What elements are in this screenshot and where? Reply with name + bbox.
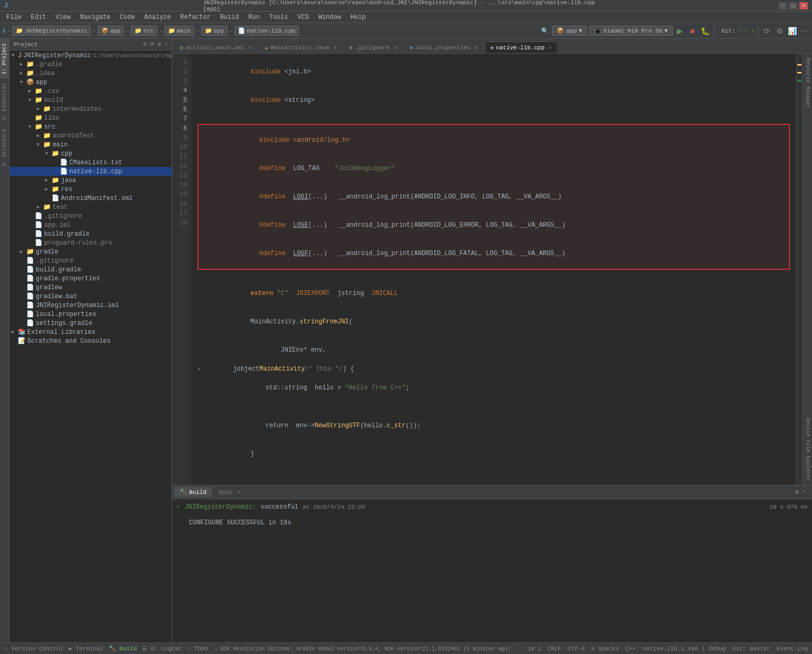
menu-help[interactable]: Help	[346, 13, 370, 22]
close-gitignore[interactable]: ✕	[393, 45, 397, 51]
tree-item-proguard[interactable]: ▶ 📄 proguard-rules.pro	[9, 238, 172, 247]
menu-file[interactable]: File	[2, 13, 26, 22]
bottom-settings-icon[interactable]: ⚙	[795, 488, 799, 496]
breadcrumb-file[interactable]: 📄 native-lib.cpp	[234, 26, 299, 36]
git-branch[interactable]: Git: master	[732, 646, 771, 652]
minimize-button[interactable]: −	[778, 2, 787, 9]
tab-mainactivity-java[interactable]: ☕ MainActivity.java ✕	[259, 41, 342, 53]
tree-item-main[interactable]: ▼ 📁 main	[9, 140, 172, 149]
sync-button[interactable]: ⟳	[762, 26, 772, 36]
close-native-lib[interactable]: ✕	[549, 45, 552, 51]
tree-item-gradle-root[interactable]: ▶ 📁 gradle	[9, 247, 172, 256]
build-status[interactable]: 🔨 Build	[109, 645, 137, 652]
tab-gitignore[interactable]: ◈ .gitignore ✕	[343, 41, 403, 53]
maximize-button[interactable]: □	[789, 2, 797, 9]
tree-item-build-gradle-app[interactable]: ▶ 📄 build.gradle	[9, 229, 172, 238]
file-type[interactable]: C++: native-lib.1 x86 | debug	[626, 646, 726, 652]
menu-vcs[interactable]: VCS	[294, 13, 314, 22]
more-button[interactable]: ⋯	[799, 26, 810, 36]
tree-item-app-iml[interactable]: ▶ 📄 app.iml	[9, 220, 172, 229]
tree-item-manifest[interactable]: ▶ 📄 AndroidManifest.xml	[9, 194, 172, 203]
tree-item-src[interactable]: ▼ 📁 src	[9, 122, 172, 131]
event-log[interactable]: Event Log	[777, 646, 808, 652]
indent[interactable]: 4 spaces	[591, 646, 619, 652]
tree-item-gradle-dir[interactable]: ▶ 📁 .gradle	[9, 60, 172, 69]
tree-item-res[interactable]: ▶ 📁 res	[9, 185, 172, 194]
tree-item-gitignore-root[interactable]: ▶ 📄 .gitignore	[9, 256, 172, 265]
device-selector[interactable]: 📱 Xiaomi Mi9 Pro 5G ▼	[589, 26, 673, 36]
run-config-selector[interactable]: 📦 app ▼	[552, 26, 587, 36]
tree-item-intermediates[interactable]: ▶ 📁 intermediates	[9, 104, 172, 113]
tree-item-java[interactable]: ▶ 📁 java	[9, 176, 172, 185]
encoding[interactable]: UTF-8	[568, 646, 585, 652]
tree-item-cpp-dir[interactable]: ▼ 📁 cpp	[9, 149, 172, 158]
tab-native-lib-cpp[interactable]: ◈ native-lib.cpp ✕	[485, 41, 558, 53]
tree-item-build[interactable]: ▼ 📁 build	[9, 96, 172, 104]
tree-item-libs[interactable]: ▶ 📁 libs	[9, 113, 172, 122]
menu-code[interactable]: Code	[116, 13, 139, 22]
right-tab-resource-manager[interactable]: Resource Manager	[803, 54, 812, 112]
tree-item-settings-gradle[interactable]: ▶ 📄 settings.gradle	[9, 319, 172, 328]
logcat-status[interactable]: ☰ 6: Logcat	[142, 645, 182, 652]
breadcrumb-cpp[interactable]: 📁 cpp	[201, 26, 228, 36]
left-tab-structure[interactable]: 3: Structure	[0, 125, 9, 171]
cursor-position[interactable]: 18:1	[527, 646, 541, 652]
tab-local-properties[interactable]: ◈ local.properties ✕	[403, 41, 483, 53]
profiler-button[interactable]: 📊	[787, 26, 797, 36]
settings-button[interactable]: ⚙	[774, 26, 785, 36]
breadcrumb-src[interactable]: 📁 src	[131, 26, 158, 36]
tree-item-build-gradle-root[interactable]: ▶ 📄 build.gradle	[9, 265, 172, 274]
bottom-minimize-icon[interactable]: −	[802, 488, 806, 496]
tree-item-gradle-properties[interactable]: ▶ 📄 gradle.properties	[9, 274, 172, 283]
bottom-tab-build[interactable]: 🔨 Build	[174, 487, 212, 497]
stop-button[interactable]: ■	[688, 26, 698, 36]
tree-item-gradlew[interactable]: ▶ 📄 gradlew	[9, 283, 172, 292]
tree-item-root[interactable]: ▼ J JNIRegisterDynamic C:\Users\asura\so…	[9, 51, 172, 60]
tree-item-idea[interactable]: ▶ 📁 .idea	[9, 69, 172, 78]
breadcrumb-app[interactable]: 📦 app	[98, 26, 124, 36]
menu-analyze[interactable]: Analyze	[140, 13, 175, 22]
breadcrumb-main[interactable]: 📁 main	[164, 26, 194, 36]
collapse-icon[interactable]: −	[164, 41, 168, 48]
run-button[interactable]: ▶	[675, 26, 685, 36]
bottom-tab-sync[interactable]: Sync ✕	[214, 488, 245, 497]
gear-icon[interactable]: ⚙	[143, 41, 147, 48]
menu-navigate[interactable]: Navigate	[76, 13, 114, 22]
tree-item-native-lib[interactable]: ▶ 📄 native-lib.cpp	[9, 167, 172, 176]
debug-button[interactable]: 🐛	[700, 26, 711, 36]
right-tab-device-explorer[interactable]: Device File Explorer	[803, 414, 812, 485]
close-mainactivity[interactable]: ✕	[334, 45, 337, 51]
close-activity-xml[interactable]: ✕	[249, 45, 252, 51]
sync-close-icon[interactable]: ✕	[237, 489, 240, 495]
tab-activity-main-xml[interactable]: ◧ activity_main.xml ✕	[174, 41, 258, 53]
tree-item-androidtest[interactable]: ▶ 📁 androidTest	[9, 131, 172, 140]
tree-item-gradlew-bat[interactable]: ▶ 📄 gradlew.bat	[9, 292, 172, 301]
terminal-status[interactable]: ▶ Terminal	[69, 645, 103, 652]
tree-item-app[interactable]: ▼ 📦 app	[9, 78, 172, 87]
fold-icon[interactable]: ▼	[197, 365, 201, 373]
breadcrumb-project[interactable]: 📁 JNIRegisterDynamic	[12, 26, 91, 36]
tree-item-test[interactable]: ▶ 📁 test	[9, 203, 172, 212]
tree-item-local-props[interactable]: ▶ 📄 local.properties	[9, 310, 172, 319]
tree-item-gitignore-app[interactable]: ▶ 📄 .gitignore	[9, 212, 172, 220]
menu-view[interactable]: View	[51, 13, 75, 22]
menu-window[interactable]: Window	[314, 13, 345, 22]
code-content[interactable]: #include <jni.h> #include <string>	[191, 54, 796, 485]
left-tab-project[interactable]: 1: Project	[0, 39, 9, 79]
todo-status[interactable]: ☐ TODO	[187, 645, 208, 652]
tree-item-scratches[interactable]: ▶ 📝 Scratches and Consoles	[9, 336, 172, 345]
tree-item-ext-libs[interactable]: ▶ 📚 External Libraries	[9, 328, 172, 336]
line-ending[interactable]: CRLF	[547, 646, 561, 652]
version-control-status[interactable]: ⑁ Version Control	[4, 646, 64, 652]
tree-item-cxx[interactable]: ▶ 📁 .cxx	[9, 87, 172, 96]
expand-icon[interactable]: ⊞	[158, 41, 161, 48]
menu-edit[interactable]: Edit	[27, 13, 50, 22]
sync-icon[interactable]: ⟳	[150, 41, 154, 48]
menu-run[interactable]: Run	[244, 13, 264, 22]
menu-tools[interactable]: Tools	[265, 13, 293, 22]
close-button[interactable]: ✕	[799, 2, 808, 9]
left-tab-favorites[interactable]: 2: Favorites	[0, 79, 9, 125]
search-button[interactable]: 🔍	[539, 26, 550, 36]
tree-item-jni-iml[interactable]: ▶ 📄 JNIRegisterDynamic.iml	[9, 301, 172, 310]
tree-item-cmake[interactable]: ▶ 📄 CMakeLists.txt	[9, 158, 172, 167]
